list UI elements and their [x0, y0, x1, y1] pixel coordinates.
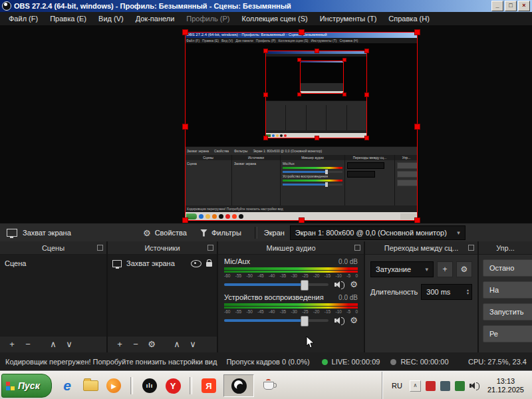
visibility-eye-icon[interactable] — [191, 260, 201, 267]
volume-icon[interactable] — [469, 382, 479, 390]
mute-speaker-icon[interactable] — [334, 281, 344, 289]
tray-icon-red[interactable] — [426, 381, 436, 391]
tray-icon-green[interactable] — [455, 381, 465, 391]
menu-file[interactable]: Файл (F) — [3, 12, 44, 25]
selected-source-bounds[interactable]: OBS 27.2.4 (64-bit, windows) - Профиль: … — [185, 32, 418, 221]
mini-context-bar: Захват экрана Свойства Фильтры Экран 1: … — [185, 146, 418, 155]
spinner-arrows-icon[interactable]: ▴▾ — [467, 289, 469, 295]
scene-up-button[interactable]: ∧ — [45, 337, 61, 352]
obs-taskbar-button[interactable] — [223, 374, 254, 397]
dock-float-icon[interactable] — [468, 245, 474, 251]
db-tick: -40 — [269, 309, 275, 314]
source-item[interactable]: Захват экрана — [108, 257, 217, 270]
db-tick: -25 — [302, 309, 308, 314]
mixer-body: Mic/Aux 0.0 dB -60-55-50-45-40-35-30-25-… — [218, 255, 364, 352]
remove-scene-button[interactable]: − — [20, 337, 36, 352]
filter-icon — [200, 229, 207, 237]
dock-float-icon[interactable] — [97, 245, 103, 251]
menu-docks[interactable]: Док-панели — [130, 12, 181, 25]
scene-down-button[interactable]: ∨ — [61, 337, 77, 352]
lock-icon[interactable] — [206, 262, 212, 267]
transition-select[interactable]: Затухание ▾ — [370, 261, 434, 277]
dock-scenes-header[interactable]: Сцены — [0, 241, 106, 255]
volume-slider[interactable] — [224, 283, 329, 286]
menu-view[interactable]: Вид (V) — [92, 12, 130, 25]
slider-knob[interactable] — [301, 280, 309, 291]
mute-speaker-icon[interactable] — [334, 317, 344, 325]
start-button[interactable]: Пуск — [1, 374, 52, 398]
add-source-button[interactable]: + — [112, 337, 128, 352]
virtual-camera-button[interactable]: Запустить — [483, 303, 532, 321]
start-recording-button[interactable]: На — [483, 281, 532, 299]
window-title: OBS 27.2.4 (64-bit, windows) - Профиль: … — [14, 2, 291, 10]
resize-handle[interactable] — [414, 217, 420, 223]
resize-handle[interactable] — [414, 124, 420, 130]
menu-edit[interactable]: Правка (E) — [44, 12, 92, 25]
tray-expand-icon[interactable]: ∧ — [410, 380, 421, 392]
clock-date: 21.12.2025 — [487, 386, 524, 394]
dock-transitions-header[interactable]: Переходы между сц... — [365, 241, 477, 255]
channel-settings-gear-icon[interactable]: ⚙ — [350, 316, 358, 325]
transitions-body: Затухание ▾ + ⚙ Длительность 300 ms ▴▾ — [365, 255, 477, 352]
dock-float-icon[interactable] — [354, 245, 360, 251]
stop-streaming-button[interactable]: Остано — [483, 259, 532, 277]
dock-controls-header[interactable]: Упр... — [479, 241, 532, 255]
preview-canvas[interactable]: OBS 27.2.4 (64-bit, windows) - Профиль: … — [0, 25, 532, 223]
resize-handle[interactable] — [182, 217, 188, 223]
add-scene-button[interactable]: + — [4, 337, 20, 352]
resize-handle[interactable] — [414, 29, 420, 35]
screen-label: Экран — [264, 229, 285, 237]
mouse-cursor — [306, 336, 315, 349]
dock-mixer-header[interactable]: Микшер аудио — [218, 241, 364, 255]
system-tray: RU ∧ 13:13 21.12.2025 — [382, 372, 531, 399]
source-up-button[interactable]: ∧ — [169, 337, 185, 352]
dock-audio-mixer: Микшер аудио Mic/Aux 0.0 dB -60-55-50-45… — [218, 241, 364, 352]
filters-button[interactable]: Фильтры — [194, 227, 248, 238]
minimize-button[interactable]: _ — [491, 1, 503, 11]
slider-knob[interactable] — [301, 316, 309, 327]
volume-slider[interactable] — [224, 319, 329, 322]
sources-toolbar: + − ⚙ ∧ ∨ — [108, 336, 217, 352]
media-player-icon[interactable]: ▶ — [105, 377, 122, 394]
separator — [190, 377, 192, 394]
source-down-button[interactable]: ∨ — [185, 337, 201, 352]
live-indicator-dot — [322, 359, 328, 365]
properties-button[interactable]: ⚙ Свойства — [136, 227, 194, 239]
menu-help[interactable]: Справка (H) — [382, 12, 435, 25]
resize-handle[interactable] — [182, 124, 188, 130]
menu-tools[interactable]: Инструменты (T) — [314, 12, 383, 25]
taskbar-clock[interactable]: 13:13 21.12.2025 — [483, 377, 528, 394]
resize-handle[interactable] — [299, 217, 305, 223]
maximize-button[interactable]: □ — [505, 1, 517, 11]
menu-profile[interactable]: Профиль (P) — [180, 12, 235, 25]
menu-bar: Файл (F) Правка (E) Вид (V) Док-панели П… — [0, 12, 532, 25]
db-tick: -20 — [313, 273, 319, 278]
yandex-browser-icon[interactable]: Y — [164, 377, 182, 394]
remove-source-button[interactable]: − — [128, 337, 144, 352]
internet-explorer-icon[interactable]: e — [59, 377, 76, 394]
volume-meter — [224, 271, 358, 273]
source-properties-button[interactable]: ⚙ — [144, 337, 160, 352]
black-circle-app-icon[interactable]: ılı — [141, 377, 158, 394]
studio-mode-button[interactable]: Ре — [483, 325, 532, 342]
db-tick: -35 — [280, 273, 286, 278]
transition-settings-button[interactable]: ⚙ — [456, 261, 472, 277]
scenes-toolbar: + − ∧ ∨ — [0, 336, 106, 352]
scene-item[interactable]: Сцена — [0, 257, 106, 270]
resize-handle[interactable] — [299, 29, 305, 35]
yandex-ya-icon[interactable]: Я — [200, 377, 217, 394]
dock-sources-header[interactable]: Источники — [108, 241, 217, 255]
channel-settings-gear-icon[interactable]: ⚙ — [350, 280, 358, 289]
language-indicator[interactable]: RU — [389, 380, 405, 391]
dock-float-icon[interactable] — [207, 245, 213, 251]
screen-select[interactable]: Экран 1: 532x399 @ 0,0 (Основной монитор… — [290, 225, 466, 240]
tray-icon-gray[interactable] — [440, 381, 450, 391]
java-icon[interactable] — [260, 377, 277, 394]
menu-scene-collection[interactable]: Коллекция сцен (S) — [236, 12, 314, 25]
add-transition-button[interactable]: + — [437, 261, 453, 277]
resize-handle[interactable] — [182, 29, 188, 35]
close-button[interactable]: × — [518, 1, 530, 11]
duration-spinbox[interactable]: 300 ms ▴▾ — [421, 284, 472, 300]
folder-icon[interactable] — [82, 377, 99, 394]
db-tick: -15 — [325, 273, 331, 278]
